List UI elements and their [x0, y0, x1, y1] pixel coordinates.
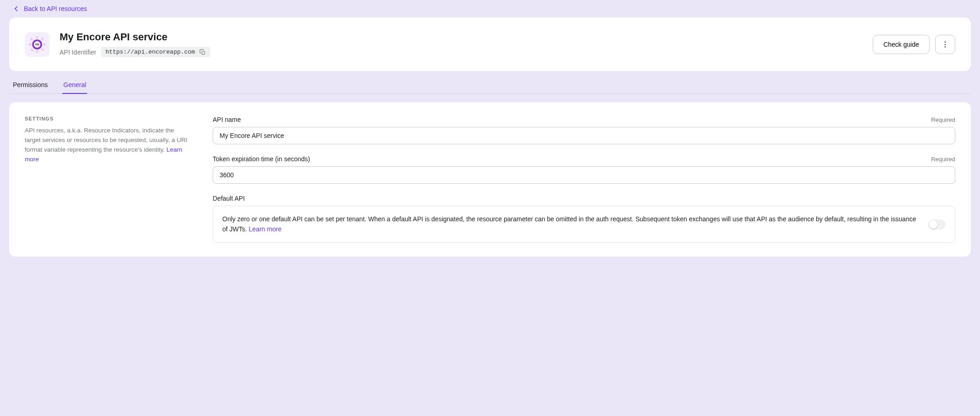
default-api-learn-more-link[interactable]: Learn more: [249, 225, 282, 233]
page-title: My Encore API service: [60, 31, 863, 43]
check-guide-label: Check guide: [883, 41, 919, 48]
svg-point-12: [945, 41, 946, 42]
settings-description: API resources, a.k.a. Resource Indicator…: [25, 126, 190, 164]
svg-rect-4: [30, 38, 33, 40]
default-api-toggle[interactable]: [928, 219, 946, 230]
header-card: API My Encore API service API Identifier…: [9, 17, 971, 71]
api-logo: API: [25, 32, 50, 57]
default-api-field-group: Default API Only zero or one default API…: [213, 195, 955, 243]
api-identifier-text: https://api.encoreapp.com: [105, 49, 195, 55]
svg-rect-3: [43, 44, 45, 45]
copy-icon[interactable]: [199, 49, 206, 55]
settings-heading: SETTINGS: [25, 116, 190, 121]
svg-rect-5: [41, 48, 44, 51]
tab-general[interactable]: General: [62, 79, 87, 94]
default-api-description: Only zero or one default API can be set …: [222, 214, 916, 234]
chevron-left-icon: [12, 5, 20, 13]
check-guide-button[interactable]: Check guide: [873, 35, 930, 54]
api-identifier-label: API Identifier: [60, 49, 96, 56]
tabs: Permissions General: [9, 79, 971, 94]
token-exp-field-group: Token expiration time (in seconds) Requi…: [213, 155, 955, 184]
token-exp-required: Required: [931, 156, 955, 163]
more-menu-button[interactable]: [935, 35, 955, 54]
svg-point-13: [945, 44, 946, 44]
svg-text:API: API: [35, 43, 39, 46]
api-identifier-value: https://api.encoreapp.com: [101, 47, 210, 57]
svg-rect-7: [31, 48, 33, 51]
svg-rect-2: [29, 44, 31, 45]
token-exp-label: Token expiration time (in seconds): [213, 155, 310, 163]
default-api-card: Only zero or one default API can be set …: [213, 206, 955, 243]
api-name-field-group: API name Required: [213, 116, 955, 144]
svg-rect-0: [36, 36, 38, 38]
default-api-label: Default API: [213, 195, 245, 202]
back-link-label: Back to API resources: [24, 5, 87, 12]
back-link[interactable]: Back to API resources: [9, 0, 971, 17]
api-name-label: API name: [213, 116, 241, 123]
token-exp-input[interactable]: [213, 166, 955, 184]
tab-permissions[interactable]: Permissions: [12, 79, 49, 94]
gear-api-icon: API: [29, 36, 45, 53]
main-card: SETTINGS API resources, a.k.a. Resource …: [9, 102, 971, 257]
svg-rect-1: [36, 50, 38, 52]
api-name-required: Required: [931, 116, 955, 123]
more-vertical-icon: [941, 40, 949, 49]
svg-rect-11: [202, 51, 204, 54]
api-name-input[interactable]: [213, 127, 955, 144]
svg-rect-6: [41, 37, 44, 40]
svg-point-14: [945, 46, 946, 47]
